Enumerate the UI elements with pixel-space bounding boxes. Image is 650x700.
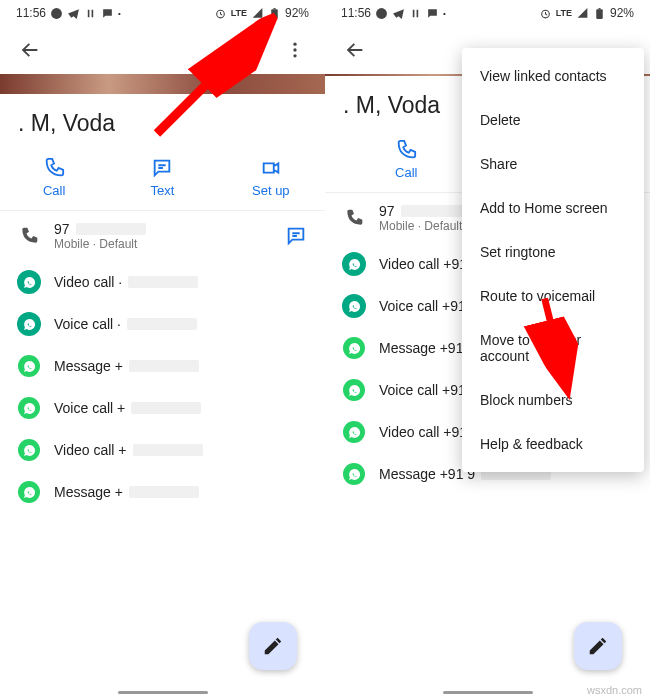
svg-rect-10 <box>598 8 600 9</box>
overflow-menu: View linked contactsDeleteShareAdd to Ho… <box>462 48 644 472</box>
linked-app-row[interactable]: Video call · <box>0 261 325 303</box>
redacted <box>76 223 146 235</box>
dot-icon: • <box>118 9 121 18</box>
whatsapp-icon <box>50 7 63 20</box>
pencil-icon <box>587 635 609 657</box>
pencil-icon <box>262 635 284 657</box>
back-button[interactable] <box>335 30 375 70</box>
telegram-icon <box>67 7 80 20</box>
watermark: wsxdn.com <box>587 684 642 696</box>
quick-actions: Call Text Set up <box>0 155 325 211</box>
whatsapp-icon <box>343 253 365 275</box>
linked-app-row[interactable]: Voice call · <box>0 303 325 345</box>
status-time: 11:56 <box>16 6 46 20</box>
menu-item-help-feedback[interactable]: Help & feedback <box>462 422 644 466</box>
status-bar: 11:56 • LTE 92% <box>325 0 650 26</box>
svg-point-5 <box>293 48 296 51</box>
message-icon <box>285 225 307 247</box>
menu-item-block-numbers[interactable]: Block numbers <box>462 378 644 422</box>
linked-app-row[interactable]: Video call + <box>0 429 325 471</box>
phone-icon <box>19 226 39 246</box>
redacted <box>131 402 201 414</box>
phone-row[interactable]: 97 Mobile · Default <box>0 211 325 261</box>
whatsapp-icon <box>343 463 365 485</box>
svg-rect-9 <box>596 9 603 19</box>
whatsapp-icon <box>343 337 365 359</box>
screenshot-right: 11:56 • LTE 92% . M, Voda Call <box>325 0 650 700</box>
arrow-left-icon <box>19 39 41 61</box>
menu-item-set-ringtone[interactable]: Set ringtone <box>462 230 644 274</box>
nav-handle[interactable] <box>118 691 208 694</box>
whatsapp-icon <box>18 355 40 377</box>
videocam-icon <box>260 157 282 179</box>
phone-icon <box>43 157 65 179</box>
svg-point-7 <box>376 8 387 19</box>
whatsapp-icon <box>18 439 40 461</box>
video-setup-action[interactable]: Set up <box>217 157 324 198</box>
linked-app-row[interactable]: Message + <box>0 345 325 387</box>
signal-icon <box>576 7 589 20</box>
back-button[interactable] <box>10 30 50 70</box>
menu-item-delete[interactable]: Delete <box>462 98 644 142</box>
message-icon <box>426 7 439 20</box>
phone-icon <box>344 208 364 228</box>
redacted <box>129 360 199 372</box>
whatsapp-icon <box>18 313 40 335</box>
whatsapp-icon <box>343 379 365 401</box>
sms-button[interactable] <box>285 225 307 247</box>
network-label: LTE <box>231 8 247 18</box>
menu-item-share[interactable]: Share <box>462 142 644 186</box>
redacted <box>129 486 199 498</box>
pause-icon <box>409 7 422 20</box>
whatsapp-icon <box>343 295 365 317</box>
nav-handle[interactable] <box>443 691 533 694</box>
arrow-left-icon <box>344 39 366 61</box>
phone-icon <box>395 139 417 161</box>
redacted <box>128 276 198 288</box>
redacted <box>127 318 197 330</box>
whatsapp-icon <box>18 397 40 419</box>
whatsapp-icon <box>375 7 388 20</box>
call-action[interactable]: Call <box>1 157 108 198</box>
redacted <box>401 205 471 217</box>
message-icon <box>151 157 173 179</box>
svg-rect-3 <box>273 8 275 9</box>
linked-app-row[interactable]: Voice call + <box>0 387 325 429</box>
menu-item-add-to-home-screen[interactable]: Add to Home screen <box>462 186 644 230</box>
edit-contact-fab[interactable] <box>574 622 622 670</box>
alarm-icon <box>539 7 552 20</box>
alarm-icon <box>214 7 227 20</box>
edit-contact-fab[interactable] <box>249 622 297 670</box>
text-action[interactable]: Text <box>109 157 216 198</box>
linked-app-row[interactable]: Message + <box>0 471 325 513</box>
pause-icon <box>84 7 97 20</box>
telegram-icon <box>392 7 405 20</box>
battery-icon <box>593 7 606 20</box>
whatsapp-icon <box>18 271 40 293</box>
svg-point-0 <box>51 8 62 19</box>
svg-point-6 <box>293 54 296 57</box>
battery-pct: 92% <box>285 6 309 20</box>
redacted <box>133 444 203 456</box>
menu-item-view-linked-contacts[interactable]: View linked contacts <box>462 54 644 98</box>
whatsapp-icon <box>343 421 365 443</box>
whatsapp-icon <box>18 481 40 503</box>
message-icon <box>101 7 114 20</box>
